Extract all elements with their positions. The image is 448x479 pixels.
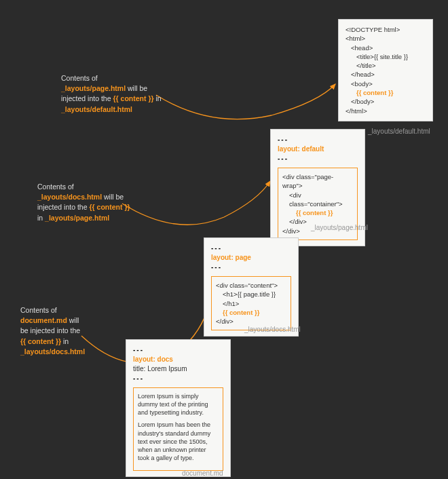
annotation-1: Contents of _layouts/page.html will be i…: [61, 73, 190, 115]
annotation-2: Contents of _layouts/docs.html will be i…: [37, 182, 166, 223]
label-default: _layouts/default.html: [368, 128, 430, 135]
label-docs: _layouts/docs.html: [244, 326, 301, 333]
label-document: document.md: [182, 470, 223, 477]
layout-docs-box: --- layout: page --- <div class="content…: [204, 237, 299, 337]
document-md-box: --- layout: docs title: Lorem Ipsum --- …: [126, 339, 231, 477]
layout-default-box: <!DOCTYPE html> <html> <head> <title>{{ …: [338, 19, 433, 121]
annotation-3: Contents of document.md will be injected…: [20, 305, 136, 357]
label-page: _layouts/page.html: [311, 224, 368, 231]
